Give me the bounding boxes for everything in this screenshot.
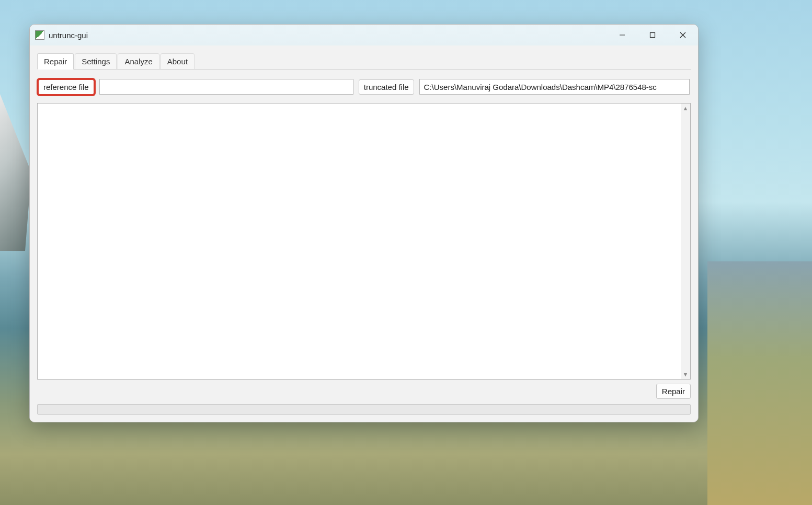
window-title: untrunc-gui (49, 31, 88, 40)
maximize-icon (649, 32, 656, 38)
scroll-down-icon[interactable]: ▼ (681, 370, 690, 379)
app-window: untrunc-gui Repair Settings Analyze Abou… (29, 24, 699, 422)
tab-about[interactable]: About (161, 53, 195, 70)
tab-analyze[interactable]: Analyze (118, 53, 159, 70)
log-output-wrap: ▲ ▼ (37, 103, 691, 380)
file-selector-row: reference file truncated file (37, 79, 691, 95)
minimize-button[interactable] (607, 25, 637, 45)
minimize-icon (619, 32, 625, 38)
close-icon (680, 32, 686, 38)
reference-file-button[interactable]: reference file (38, 79, 94, 95)
tab-panel-repair: reference file truncated file ▲ ▼ Repair (37, 69, 691, 415)
tab-repair[interactable]: Repair (37, 53, 74, 70)
desktop-background: untrunc-gui Repair Settings Analyze Abou… (0, 0, 812, 505)
content-area: Repair Settings Analyze About reference … (30, 45, 698, 422)
svg-rect-1 (650, 33, 655, 38)
reference-file-input[interactable] (99, 79, 353, 95)
progress-bar (37, 404, 691, 415)
titlebar: untrunc-gui (30, 25, 698, 45)
action-row: Repair (37, 380, 691, 402)
truncated-file-input[interactable] (419, 79, 690, 95)
close-button[interactable] (668, 25, 698, 45)
log-output[interactable] (38, 104, 681, 379)
maximize-button[interactable] (637, 25, 668, 45)
tab-settings[interactable]: Settings (75, 53, 117, 70)
log-scrollbar[interactable]: ▲ ▼ (681, 104, 690, 379)
tab-bar: Repair Settings Analyze About (37, 53, 691, 70)
repair-button[interactable]: Repair (656, 384, 691, 399)
scroll-up-icon[interactable]: ▲ (681, 104, 690, 113)
app-icon (35, 30, 44, 40)
truncated-file-button[interactable]: truncated file (359, 79, 414, 95)
